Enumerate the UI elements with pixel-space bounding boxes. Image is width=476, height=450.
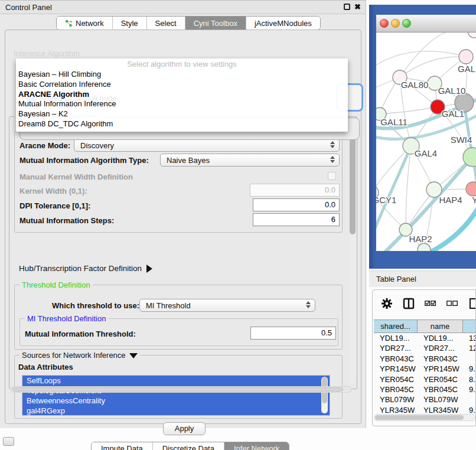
which-threshold-combo[interactable]: MI Threshold (139, 299, 315, 312)
table-row[interactable]: YDL19...YDL19...13 (374, 333, 476, 343)
gear-icon[interactable] (381, 298, 393, 309)
table-row[interactable]: YBL079WYBL079W (374, 394, 476, 405)
control-panel-window: Control Panel ✖ NetworkStyleSelectCyni T… (0, 0, 366, 428)
column-header-shared[interactable]: shared... (374, 320, 418, 332)
network-node-label: GAL1 (442, 109, 464, 119)
combo-stepper-icon (330, 141, 335, 148)
table-row[interactable]: YPR145WYPR145W9. (374, 364, 476, 374)
table-cell: YPR145W (374, 364, 418, 374)
network-node-y[interactable] (466, 182, 476, 196)
minimized-panel-icon[interactable] (3, 437, 14, 446)
checked-columns-icon[interactable] (425, 298, 436, 309)
network-node-label: GAL11 (380, 117, 407, 127)
aracne-mode-combo[interactable]: Discovery (74, 139, 340, 152)
network-node-label: GAL4 (415, 148, 437, 158)
ghost-default-node-label: gal-filtered.sif default node (27, 94, 116, 103)
close-traffic-light-icon[interactable] (380, 19, 389, 28)
mi-algorithm-type-combo[interactable]: Naive Bayes (160, 154, 340, 167)
table-cell: YER054C (418, 374, 463, 384)
float-window-icon[interactable] (344, 4, 350, 10)
network-view-window: GALGAL80GAL10GAL1GAL11SWI4GAL4GCY1HAP4YH… (369, 5, 476, 269)
table-cell: YDL19... (374, 333, 418, 343)
mi-threshold-field[interactable]: 0.5 (250, 327, 336, 340)
tab-cyni-toolbox[interactable]: Cyni Toolbox (185, 17, 246, 30)
mi-steps-label: Mutual Information Steps: (19, 216, 114, 225)
table-panel-title: Table Panel (369, 275, 416, 283)
combo-stepper-icon (330, 156, 335, 163)
table-panel-titlebar: Table Panel (369, 270, 476, 287)
network-node[interactable] (418, 243, 431, 251)
column-header-a[interactable]: A (463, 320, 476, 332)
table-cell: YBL079W (374, 394, 418, 405)
ghost-inference-algorithm-label: Inference Algorithm (14, 49, 80, 58)
table-cell: 9. (463, 364, 476, 374)
aracne-mode-label: Aracne Mode: (19, 141, 70, 150)
table-body: YDL19...YDL19...13YDR27...YDR27...12YBR0… (374, 333, 476, 414)
algorithm-option[interactable]: Basic Correlation Inference (16, 80, 348, 90)
data-attribute-item[interactable]: BetweennessCentrality (22, 396, 330, 406)
sources-group-title[interactable]: Sources for Network Inference (19, 351, 140, 360)
new-table-icon[interactable] (468, 298, 476, 309)
table-cell: YBL079W (418, 394, 463, 405)
table-row[interactable]: YER054CYER054C8. (374, 374, 476, 384)
table-cell (463, 394, 476, 405)
column-header-name[interactable]: name (418, 320, 463, 332)
dpi-tolerance-field[interactable]: 0.0 (253, 198, 340, 211)
control-panel-titlebar: Control Panel ✖ (0, 1, 366, 14)
table-row[interactable]: YLR345WYLR345W9. (374, 405, 476, 414)
minimize-traffic-light-icon[interactable] (391, 19, 400, 28)
tab-jactivemnodules[interactable]: jActiveMNodules (246, 17, 320, 30)
table-horizontal-scrollbar[interactable] (374, 414, 475, 421)
table-toolbar (373, 290, 475, 317)
settings-horizontal-scrollbar[interactable] (11, 386, 352, 393)
table-row[interactable]: YBR045CYBR045C9. (374, 384, 476, 394)
unchecked-columns-icon[interactable] (446, 298, 458, 309)
table-cell (463, 354, 476, 364)
network-node-gal[interactable] (459, 50, 473, 64)
tab-impute-data[interactable]: Impute Data (92, 442, 153, 450)
tab-network[interactable]: Network (57, 17, 113, 30)
mi-steps-field[interactable]: 6 (253, 213, 340, 226)
combo-stepper-icon (306, 301, 311, 308)
split-panel-icon[interactable] (403, 298, 415, 309)
table-row[interactable]: YBR043CYBR043C (374, 354, 476, 364)
data-attribute-item[interactable]: gal4RGexp (22, 406, 330, 416)
tab-infer-network[interactable]: Infer Network (224, 442, 289, 450)
network-canvas[interactable]: GALGAL80GAL10GAL1GAL11SWI4GAL4GCY1HAP4YH… (376, 32, 476, 251)
control-panel-title: Control Panel (0, 3, 52, 12)
close-icon[interactable]: ✖ (354, 3, 361, 11)
apply-button[interactable]: Apply (163, 422, 206, 435)
table-cell: 12 (463, 343, 476, 353)
data-attribute-item[interactable]: SelfLoops (22, 376, 330, 386)
algorithm-option[interactable]: Bayesian – K2 (16, 109, 348, 119)
table-cell: 9. (463, 384, 476, 394)
algorithm-placeholder: Select algorithm to view settings (16, 60, 348, 70)
hub-definition-toggle[interactable]: Hub/Transcription Factor Definition (19, 264, 152, 273)
algorithm-option[interactable]: Bayesian – Hill Climbing (16, 70, 348, 80)
tab-discretize-data[interactable]: Discretize Data (153, 442, 224, 450)
algorithm-definition-group: Algorithm Definition Aracne Mode: Discov… (14, 131, 343, 233)
bottom-tab-bar: Impute DataDiscretize DataInfer Network (91, 442, 289, 450)
network-edge (380, 107, 438, 114)
network-icon (65, 19, 73, 27)
network-edge (400, 57, 466, 77)
threshold-definition-group: Threshold Definition Which threshold to … (14, 285, 343, 350)
control-panel-tab-bar: NetworkStyleSelectCyni ToolboxjActiveMNo… (56, 16, 321, 30)
zoom-traffic-light-icon[interactable] (402, 19, 411, 28)
settings-vertical-scrollbar[interactable] (349, 119, 356, 384)
tab-select[interactable]: Select (147, 17, 185, 30)
table-cell: YBR043C (374, 354, 418, 364)
algorithm-option[interactable]: Dream8 DC_TDC Algorithm (16, 119, 348, 129)
manual-kernel-checkbox (328, 172, 336, 180)
tab-style[interactable]: Style (113, 17, 147, 30)
network-node-label: GAL80 (401, 80, 429, 90)
table-cell: YER054C (374, 374, 418, 384)
table-cell: 9. (463, 405, 476, 414)
table-cell: YDL19... (418, 333, 463, 343)
attributes-scrollbar[interactable] (321, 377, 328, 413)
network-node[interactable] (468, 32, 476, 38)
table-cell: 8. (463, 374, 476, 384)
mi-threshold-definition-group: MI Threshold Definition Mutual Informati… (19, 318, 338, 346)
table-row[interactable]: YDR27...YDR27...12 (374, 343, 476, 353)
table-cell: YPR145W (418, 364, 463, 374)
